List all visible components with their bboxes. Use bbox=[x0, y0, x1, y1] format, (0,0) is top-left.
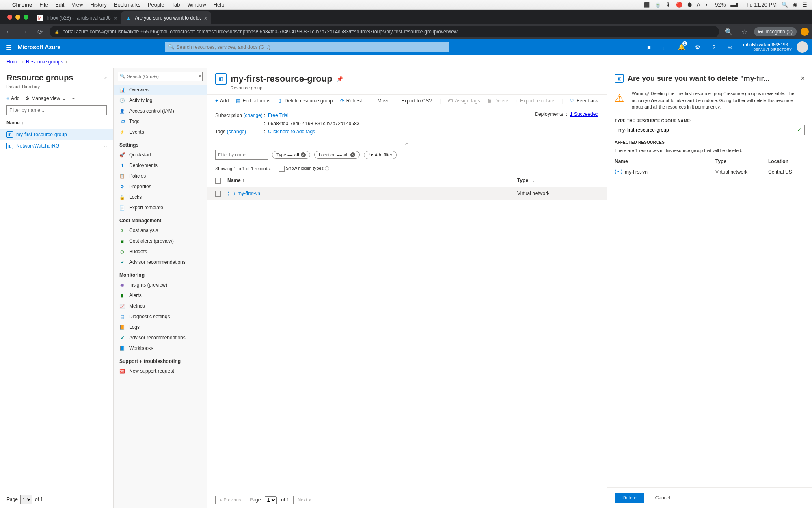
manage-view-button[interactable]: ⚙Manage view⌄ bbox=[25, 96, 66, 101]
cmd-edit-columns[interactable]: ▤Edit columns bbox=[236, 98, 270, 104]
remove-filter-icon[interactable]: × bbox=[350, 152, 355, 157]
settings-icon[interactable]: ⚙ bbox=[689, 39, 706, 55]
avatar[interactable] bbox=[797, 41, 808, 53]
change-subscription-link[interactable]: (change) bbox=[243, 113, 262, 118]
bookmark-icon[interactable]: ☆ bbox=[739, 28, 750, 36]
breadcrumb-home[interactable]: Home bbox=[6, 59, 19, 65]
menu-tab[interactable]: Tab bbox=[171, 2, 180, 8]
nav-item-metrics[interactable]: 📈Metrics bbox=[114, 301, 207, 311]
breadcrumb-rg[interactable]: Resource groups bbox=[26, 59, 63, 65]
close-window-icon[interactable] bbox=[7, 15, 12, 20]
back-button[interactable]: ← bbox=[3, 28, 15, 35]
nav-item-new-support-request[interactable]: 🆘New support request bbox=[114, 366, 207, 376]
nav-item-access-control-iam-[interactable]: 👤Access control (IAM) bbox=[114, 106, 207, 116]
more-button[interactable]: ··· bbox=[71, 96, 76, 101]
status-icon[interactable]: ⬛ bbox=[643, 2, 650, 8]
filter-pill-location[interactable]: Location == all× bbox=[314, 151, 360, 159]
status-icon[interactable]: 🎙 bbox=[666, 2, 671, 8]
menu-bookmarks[interactable]: Bookmarks bbox=[114, 2, 140, 8]
cmd-feedback[interactable]: ♡Feedback bbox=[570, 98, 598, 104]
change-tags-link[interactable]: (change) bbox=[227, 129, 246, 135]
remove-filter-icon[interactable]: × bbox=[301, 152, 306, 157]
status-icon[interactable]: 🍵 bbox=[654, 2, 661, 8]
close-tab-icon[interactable]: × bbox=[204, 15, 207, 21]
page-select[interactable]: 1 bbox=[265, 496, 277, 504]
cmd-delete-rg[interactable]: 🗑Delete resource group bbox=[278, 98, 333, 104]
rg-link[interactable]: my-first-resource-group bbox=[16, 132, 67, 137]
cmd-move[interactable]: →Move bbox=[371, 98, 389, 104]
nav-item-overview[interactable]: 📊Overview bbox=[114, 85, 207, 95]
status-icon[interactable]: 🔴 bbox=[676, 2, 682, 8]
nav-item-cost-alerts-preview-[interactable]: ▣Cost alerts (preview) bbox=[114, 236, 207, 246]
tab-azure[interactable]: ▲ Are you sure you want to delet × bbox=[121, 11, 211, 24]
address-bar[interactable]: 🔒 portal.azure.com/#@rahulshivalkar96651… bbox=[50, 26, 719, 37]
menu-window[interactable]: Window bbox=[187, 2, 206, 8]
subscription-link[interactable]: Free Trial bbox=[268, 113, 289, 118]
cmd-export-template[interactable]: ↓Export template bbox=[516, 98, 554, 104]
rg-item-my-first[interactable]: ◧ my-first-resource-group ··· bbox=[0, 129, 113, 140]
confirm-name-input[interactable] bbox=[615, 125, 805, 135]
close-tab-icon[interactable]: × bbox=[114, 15, 117, 21]
hamburger-menu[interactable]: ☰ bbox=[0, 43, 18, 51]
cmd-add[interactable]: +Add bbox=[215, 98, 229, 104]
menu-view[interactable]: View bbox=[71, 2, 83, 8]
nav-item-logs[interactable]: 📙Logs bbox=[114, 322, 207, 332]
siri-icon[interactable]: ◉ bbox=[793, 2, 797, 8]
page-select[interactable]: 1 bbox=[20, 495, 32, 504]
delete-button[interactable]: Delete bbox=[615, 493, 644, 503]
tab-inbox[interactable]: M Inbox (528) - rahulshivalkar96 × bbox=[32, 11, 121, 24]
more-icon[interactable]: ··· bbox=[104, 143, 109, 149]
nav-item-advisor-recommendations[interactable]: ✔Advisor recommendations bbox=[114, 257, 207, 267]
add-button[interactable]: +Add bbox=[6, 96, 19, 101]
menu-people[interactable]: People bbox=[148, 2, 164, 8]
show-hidden-checkbox[interactable] bbox=[279, 166, 285, 172]
add-tags-link[interactable]: Click here to add tags bbox=[268, 129, 315, 135]
pin-icon[interactable]: 📌 bbox=[337, 76, 343, 82]
resource-row[interactable]: ⟨⋯⟩my-first-vn Virtual network bbox=[207, 187, 607, 200]
clock[interactable]: Thu 11:20 PM bbox=[743, 2, 777, 8]
select-all-checkbox[interactable] bbox=[215, 178, 221, 184]
extension-icon[interactable] bbox=[801, 28, 809, 36]
menu-help[interactable]: Help bbox=[214, 2, 225, 8]
prev-button[interactable]: < Previous bbox=[215, 496, 245, 504]
nav-item-quickstart[interactable]: 🚀Quickstart bbox=[114, 150, 207, 160]
incognito-badge[interactable]: 🕶 Incognito (2) bbox=[754, 27, 797, 36]
collapse-blade-icon[interactable]: « bbox=[104, 76, 107, 80]
deployments-link[interactable]: 1 Succeeded bbox=[570, 111, 598, 117]
nav-item-alerts[interactable]: ▮Alerts bbox=[114, 290, 207, 301]
cancel-button[interactable]: Cancel bbox=[648, 493, 678, 503]
maximize-window-icon[interactable] bbox=[24, 15, 28, 20]
nav-item-locks[interactable]: 🔒Locks bbox=[114, 192, 207, 202]
col-type[interactable]: Type bbox=[517, 178, 528, 183]
nav-item-insights-preview-[interactable]: ◉Insights (preview) bbox=[114, 280, 207, 290]
menu-history[interactable]: History bbox=[90, 2, 106, 8]
rg-link[interactable]: NetworkWatcherRG bbox=[16, 143, 59, 149]
col-name[interactable]: Name bbox=[6, 120, 20, 126]
status-icon[interactable]: A bbox=[697, 2, 700, 8]
nav-item-tags[interactable]: 🏷Tags bbox=[114, 116, 207, 127]
forward-button[interactable]: → bbox=[19, 28, 30, 35]
nav-item-budgets[interactable]: ◷Budgets bbox=[114, 246, 207, 257]
help-icon[interactable]: ? bbox=[706, 39, 722, 55]
resource-filter-input[interactable] bbox=[215, 150, 268, 160]
menu-edit[interactable]: Edit bbox=[55, 2, 64, 8]
nav-item-export-template[interactable]: 📄Export template bbox=[114, 202, 207, 213]
cmd-assign-tags[interactable]: 🏷Assign tags bbox=[448, 98, 480, 104]
status-icon[interactable]: ⬢ bbox=[687, 2, 692, 8]
feedback-icon[interactable]: ☺ bbox=[722, 39, 738, 55]
collapse-nav-icon[interactable]: « bbox=[199, 74, 201, 78]
resource-link[interactable]: my-first-vn bbox=[238, 191, 260, 196]
zoom-icon[interactable]: 🔍 bbox=[723, 28, 734, 36]
cmd-export-csv[interactable]: ↓Export to CSV bbox=[397, 98, 432, 104]
global-search-input[interactable] bbox=[165, 42, 449, 52]
notifications-icon[interactable]: 🔔2 bbox=[673, 39, 689, 55]
directories-icon[interactable]: ⬚ bbox=[657, 39, 673, 55]
reload-button[interactable]: ⟳ bbox=[34, 28, 45, 36]
next-button[interactable]: Next > bbox=[293, 496, 315, 504]
rg-item-network-watcher[interactable]: ◧ NetworkWatcherRG ··· bbox=[0, 140, 113, 152]
nav-item-cost-analysis[interactable]: $Cost analysis bbox=[114, 225, 207, 236]
col-name[interactable]: Name bbox=[227, 178, 241, 183]
nav-item-diagnostic-settings[interactable]: ▤Diagnostic settings bbox=[114, 311, 207, 322]
nav-item-deployments[interactable]: ⬆Deployments bbox=[114, 160, 207, 171]
more-icon[interactable]: ··· bbox=[104, 132, 109, 137]
